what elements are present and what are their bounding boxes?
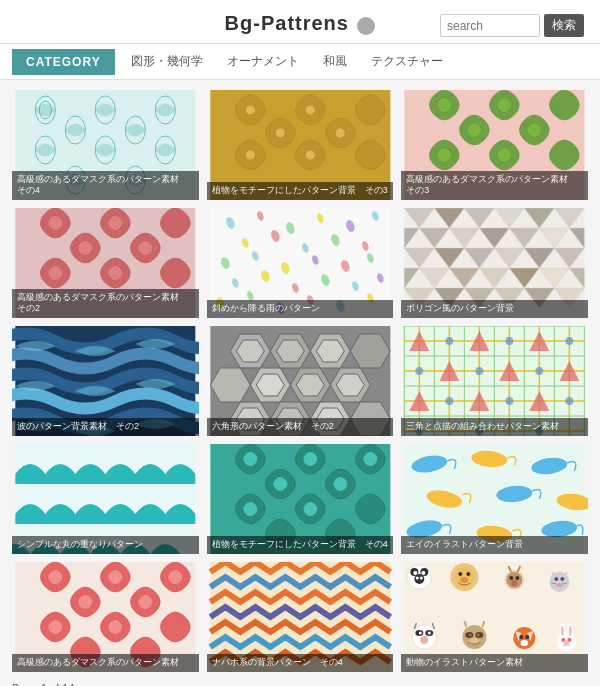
- svg-point-200: [477, 634, 480, 637]
- grid-item[interactable]: 六角形のパターン素材 その2: [207, 326, 394, 436]
- svg-point-199: [469, 634, 472, 637]
- svg-point-140: [506, 337, 514, 345]
- item-label: 動物のイラストパターン素材: [401, 654, 588, 672]
- grid-item[interactable]: 植物をモチーフにしたパターン背景 その3: [207, 90, 394, 200]
- item-label: 高級感のあるダマスク系のパターン素材: [12, 654, 199, 672]
- header: Bg-Pattrens 検索: [0, 0, 600, 44]
- svg-point-173: [420, 577, 423, 580]
- svg-point-188: [561, 577, 565, 581]
- svg-point-143: [476, 367, 484, 375]
- nav-category[interactable]: CATEGORY: [12, 49, 115, 75]
- svg-point-213: [561, 626, 564, 636]
- svg-point-207: [520, 635, 524, 639]
- svg-point-177: [467, 572, 471, 576]
- svg-point-171: [415, 574, 425, 584]
- page-info: Page 1 of 14: [0, 682, 600, 686]
- svg-point-196: [463, 625, 487, 649]
- svg-point-189: [557, 583, 563, 587]
- nav-item-geometry[interactable]: 図形・幾何学: [119, 47, 215, 76]
- svg-point-193: [419, 632, 422, 635]
- grid-item[interactable]: 三角と点描の組み合わせパターン素材: [401, 326, 588, 436]
- item-label: 六角形のパターン素材 その2: [207, 418, 394, 436]
- grid-item[interactable]: 高級感のあるダマスク系のパターン素材 その4: [12, 90, 199, 200]
- grid-item[interactable]: 斜めから降る雨のパターン: [207, 208, 394, 318]
- svg-point-13: [245, 105, 255, 115]
- svg-point-17: [275, 128, 285, 138]
- item-label: エイのイラストパターン背景: [401, 536, 588, 554]
- svg-point-18: [335, 128, 345, 138]
- svg-point-147: [566, 397, 574, 405]
- item-label: 三角と点描の組み合わせパターン素材: [401, 418, 588, 436]
- item-label: 高級感のあるダマスク系のパターン素材 その3: [401, 171, 588, 200]
- svg-point-141: [566, 337, 574, 345]
- svg-point-172: [416, 577, 419, 580]
- grid-item[interactable]: 高級感のあるダマスク系のパターン素材 その3: [401, 90, 588, 200]
- item-label: 高級感のあるダマスク系のパターン素材 その4: [12, 171, 199, 200]
- nav-item-ornament[interactable]: オーナメント: [215, 47, 311, 76]
- svg-point-182: [516, 576, 520, 580]
- svg-point-181: [510, 576, 514, 580]
- svg-point-169: [414, 571, 418, 575]
- svg-point-142: [416, 367, 424, 375]
- item-label: 植物をモチーフにしたパターン背景 その3: [207, 182, 394, 200]
- svg-point-187: [555, 577, 559, 581]
- svg-point-139: [446, 337, 454, 345]
- svg-point-214: [569, 626, 572, 636]
- item-label: 高級感のあるダマスク系のパターン素材 その2: [12, 289, 199, 318]
- grid-item[interactable]: 高級感のあるダマスク系のパターン素材: [12, 562, 199, 672]
- svg-point-16: [305, 150, 315, 160]
- grid-item[interactable]: 波のパターン背景素材 その2: [12, 326, 199, 436]
- logo-icon: [357, 17, 375, 35]
- search-area: 検索: [440, 14, 584, 37]
- grid-item[interactable]: ナバホ系の背景パターン その4: [207, 562, 394, 672]
- grid-item[interactable]: 高級感のあるダマスク系のパターン素材 その2: [12, 208, 199, 318]
- search-button[interactable]: 検索: [544, 14, 584, 37]
- grid-item[interactable]: ポリゴン風のパターン背景: [401, 208, 588, 318]
- svg-point-195: [421, 636, 429, 644]
- search-input[interactable]: [440, 14, 540, 37]
- nav-bar: CATEGORY 図形・幾何学 オーナメント 和風 テクスチャー: [0, 44, 600, 80]
- svg-point-170: [422, 571, 426, 575]
- grid-item[interactable]: シンプルな丸の重なりパターン: [12, 444, 199, 554]
- grid-item[interactable]: 植物をモチーフにしたパターン背景 その4: [207, 444, 394, 554]
- grid-item[interactable]: エイのイラストパターン背景: [401, 444, 588, 554]
- item-label: 植物をモチーフにしたパターン背景 その4: [207, 536, 394, 554]
- item-label: ナバホ系の背景パターン その4: [207, 654, 394, 672]
- nav-item-texture[interactable]: テクスチャー: [359, 47, 455, 76]
- item-label: 斜めから降る雨のパターン: [207, 300, 394, 318]
- svg-point-145: [446, 397, 454, 405]
- svg-point-15: [245, 150, 255, 160]
- svg-point-144: [536, 367, 544, 375]
- pattern-grid: 高級感のあるダマスク系のパターン素材 その4 植物をモチー: [0, 80, 600, 682]
- svg-point-146: [506, 397, 514, 405]
- item-label: ポリゴン風のパターン背景: [401, 300, 588, 318]
- svg-point-209: [521, 640, 529, 646]
- svg-point-176: [459, 572, 463, 576]
- svg-point-208: [526, 635, 530, 639]
- nav-item-japanese[interactable]: 和風: [311, 47, 359, 76]
- site-title: Bg-Pattrens: [225, 12, 349, 34]
- svg-point-14: [305, 105, 315, 115]
- item-label: 波のパターン背景素材 その2: [12, 418, 199, 436]
- svg-point-194: [428, 632, 431, 635]
- item-label: シンプルな丸の重なりパターン: [12, 536, 199, 554]
- grid-item[interactable]: 動物のイラストパターン素材: [401, 562, 588, 672]
- svg-point-178: [461, 577, 469, 583]
- svg-point-183: [512, 580, 518, 586]
